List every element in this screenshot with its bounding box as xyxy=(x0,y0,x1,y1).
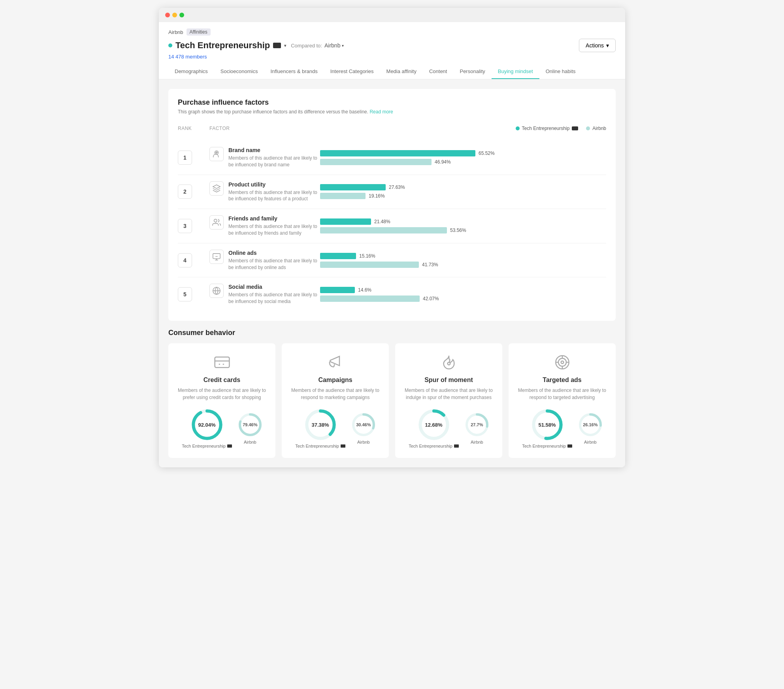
secondary-donut: 79.46% xyxy=(238,413,262,437)
bars-container: 27.63% 19.16% xyxy=(320,184,606,199)
secondary-bar-row: 41.73% xyxy=(320,262,606,268)
rank-cell: 5 xyxy=(178,287,209,301)
factor-icon xyxy=(209,250,224,264)
bars-container: 65.52% 46.94% xyxy=(320,150,606,165)
purchase-influence-card: Purchase influence factors This graph sh… xyxy=(168,89,616,321)
primary-donut-label: Tech Entrepreneurship xyxy=(182,444,232,448)
rank-header: Rank xyxy=(178,126,209,131)
consumer-card-targeted-ads: Targeted ads Members of the audience tha… xyxy=(509,343,616,458)
bars-container: 15.16% 41.73% xyxy=(320,253,606,268)
secondary-donut-value: 30.46% xyxy=(356,422,371,427)
consumer-name: Campaigns xyxy=(318,377,352,384)
tab-media[interactable]: Media affinity xyxy=(380,64,423,79)
primary-donut: 12.68% xyxy=(418,409,450,441)
tab-personality[interactable]: Personality xyxy=(453,64,491,79)
primary-bar-label: 14.6% xyxy=(358,287,371,293)
secondary-bar-label: 19.16% xyxy=(369,193,385,199)
primary-donut: 37.38% xyxy=(305,409,336,441)
factor-info: Brand name Members of this audience that… xyxy=(209,147,320,168)
rank-badge: 2 xyxy=(178,184,192,199)
secondary-bar-row: 42.07% xyxy=(320,296,606,302)
secondary-donut: 30.46% xyxy=(352,413,375,437)
close-button[interactable] xyxy=(165,13,170,17)
factor-text: Online ads Members of this audience that… xyxy=(228,250,320,271)
factor-desc: Members of this audience that are likely… xyxy=(228,189,320,203)
tab-online[interactable]: Online habits xyxy=(539,64,582,79)
tab-demographics[interactable]: Demographics xyxy=(168,64,214,79)
secondary-donut-label: Airbnb xyxy=(244,440,256,444)
factor-desc: Members of this audience that are likely… xyxy=(228,223,320,237)
legend-secondary: Airbnb xyxy=(586,126,606,131)
rank-cell: 1 xyxy=(178,151,209,165)
consumer-desc: Members of the audience that are likely … xyxy=(175,387,269,401)
factor-name: Social media xyxy=(228,284,320,290)
secondary-bar xyxy=(320,193,366,199)
page-title-text: Tech Entrepreneurship xyxy=(175,40,270,51)
consumer-name: Credit cards xyxy=(204,377,240,384)
consumer-card-spur-of-moment: Spur of moment Members of the audience t… xyxy=(395,343,502,458)
tab-buying[interactable]: Buying mindset xyxy=(492,64,539,79)
factor-icon xyxy=(209,215,224,230)
compared-to-value[interactable]: Airbnb ▾ xyxy=(324,42,344,49)
table-row: 1 Brand name Members of this audience th… xyxy=(178,141,606,175)
breadcrumb-link[interactable]: Airbnb xyxy=(168,29,183,35)
tab-interest[interactable]: Interest Categories xyxy=(324,64,380,79)
factor-text: Product utility Members of this audience… xyxy=(228,181,320,203)
minimize-button[interactable] xyxy=(172,13,177,17)
consumer-card-campaigns: Campaigns Members of the audience that a… xyxy=(282,343,389,458)
rank-cell: 3 xyxy=(178,219,209,233)
factor-icon xyxy=(209,181,224,196)
factor-text: Friends and family Members of this audie… xyxy=(228,215,320,237)
primary-donut-value: 92.04% xyxy=(198,422,215,427)
table-row: 5 Social media Members of this audience … xyxy=(178,277,606,311)
secondary-donut-container: 27.7% Airbnb xyxy=(465,413,489,444)
primary-donut: 51.58% xyxy=(531,409,563,441)
read-more-link[interactable]: Read more xyxy=(369,109,393,115)
primary-bar-row: 14.6% xyxy=(320,287,606,293)
secondary-donut: 27.7% xyxy=(465,413,489,437)
svg-point-2 xyxy=(214,219,217,222)
donut-icon xyxy=(227,444,232,448)
tab-content[interactable]: Content xyxy=(423,64,454,79)
consumer-desc: Members of the audience that are likely … xyxy=(401,387,496,401)
chevron-down-icon: ▾ xyxy=(284,43,286,48)
donut-row: 12.68% Tech Entrepreneurship 27.7% Airbn… xyxy=(409,409,489,448)
primary-donut-label: Tech Entrepreneurship xyxy=(522,444,572,448)
primary-bar-row: 21.48% xyxy=(320,218,606,225)
primary-bar-label: 27.63% xyxy=(389,184,405,190)
rank-badge: 5 xyxy=(178,287,192,301)
title-bar xyxy=(159,8,625,22)
main-content: Purchase influence factors This graph sh… xyxy=(159,79,625,467)
svg-rect-5 xyxy=(215,357,229,368)
maximize-button[interactable] xyxy=(179,13,184,17)
purchase-section-title: Purchase influence factors xyxy=(178,98,606,107)
actions-label: Actions xyxy=(586,42,604,49)
factor-header: Factor xyxy=(209,126,320,131)
breadcrumb-tag[interactable]: Affinities xyxy=(187,28,211,36)
purchase-section-desc: This graph shows the top purchase influe… xyxy=(178,109,606,115)
donut-row: 37.38% Tech Entrepreneurship 30.46% Airb… xyxy=(295,409,375,448)
svg-rect-3 xyxy=(213,254,220,259)
legend-primary-dot xyxy=(516,126,520,130)
tab-socioeconomics[interactable]: Socioeconomics xyxy=(214,64,264,79)
table-row: 4 Online ads Members of this audience th… xyxy=(178,243,606,278)
actions-button[interactable]: Actions ▾ xyxy=(579,39,616,52)
secondary-donut-value: 26.16% xyxy=(583,422,597,427)
title-dropdown[interactable]: ▾ xyxy=(284,43,286,48)
legend: Tech Entrepreneurship Airbnb xyxy=(516,126,606,131)
primary-donut-value: 12.68% xyxy=(425,422,442,427)
tab-influencers[interactable]: Influencers & brands xyxy=(264,64,324,79)
donut-icon xyxy=(341,444,345,448)
consumer-name: Spur of moment xyxy=(424,377,473,384)
factor-info: Friends and family Members of this audie… xyxy=(209,215,320,237)
secondary-donut-value: 27.7% xyxy=(471,422,483,427)
consumer-card-credit-cards: Credit cards Members of the audience tha… xyxy=(168,343,275,458)
secondary-bar-row: 53.56% xyxy=(320,227,606,233)
donut-icon xyxy=(454,444,459,448)
donut-icon xyxy=(567,444,572,448)
legend-primary: Tech Entrepreneurship xyxy=(516,126,579,131)
factor-desc: Members of this audience that are likely… xyxy=(228,292,320,305)
factor-icon xyxy=(209,147,224,161)
factor-name: Friends and family xyxy=(228,215,320,222)
svg-point-14 xyxy=(447,362,450,365)
